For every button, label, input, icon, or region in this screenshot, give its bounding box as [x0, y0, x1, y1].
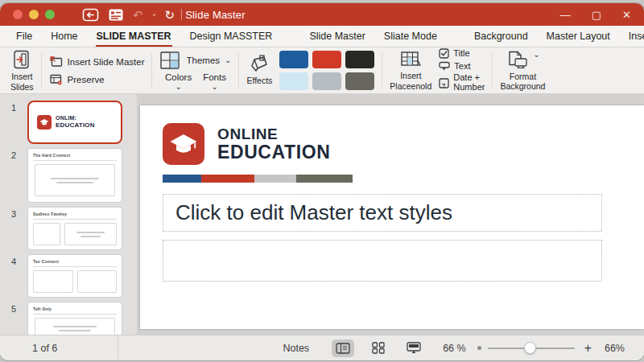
chevron-down-icon: ⌄ [175, 82, 181, 91]
preserve-button[interactable]: Preserve [49, 73, 145, 85]
swatch-gray[interactable] [312, 72, 341, 90]
swatch-darkgray[interactable] [345, 72, 374, 90]
close-button[interactable]: ✕ [622, 9, 631, 21]
themes-button[interactable]: Themes ⌄ [159, 51, 231, 70]
title-bar: ↶ ↻ Slide Master — ▢ ✕ [0, 3, 644, 26]
tab-design[interactable]: Design MASSTER [190, 31, 273, 42]
layout-title: Teo Connect [33, 259, 117, 267]
slide-thumbnail-2[interactable]: The Hard Connect [27, 148, 122, 203]
tab-background[interactable]: Background [474, 31, 528, 42]
swatch-black[interactable] [345, 51, 374, 68]
swatch-red[interactable] [312, 51, 341, 68]
brand-color-bar [163, 175, 353, 183]
chevron-down-icon: ⌄ [533, 50, 539, 60]
status-bar: 1 of 6 Notes 66 % + 66% [0, 335, 644, 360]
empty-placeholder[interactable] [163, 240, 602, 282]
zoom-in-button[interactable]: + [584, 341, 592, 356]
layout-title: Teft Only [33, 306, 117, 315]
minimize-button[interactable]: — [560, 9, 571, 21]
slideshow-view-button[interactable] [402, 339, 425, 357]
insert-placeholder-button[interactable]: InsertPlaceenold [390, 50, 431, 90]
colors-button[interactable]: Colors ⌄ [165, 72, 192, 91]
logo-wordmark: ONLINE EDUCATION [217, 126, 330, 162]
tab-master-layout[interactable]: Master Layout [547, 31, 610, 42]
slide-master-editor[interactable]: ONLINE EDUCATION Click to edit Master te… [140, 105, 644, 329]
zoom-traffic-light[interactable] [45, 10, 55, 19]
undo-menu-dot [153, 14, 155, 16]
insert-slide-master-icon [49, 56, 63, 68]
slide-thumbnail-3[interactable]: Sudless Faveley [27, 207, 122, 250]
app-window: ↶ ↻ Slide Master — ▢ ✕ File Home SLIDE M… [0, 3, 644, 360]
slide-number: 2 [0, 148, 27, 203]
colors-label: Colors [165, 72, 192, 82]
zoom-slider[interactable]: + [477, 341, 592, 356]
format-background-button[interactable]: ⌄ FormatBackground [500, 50, 545, 91]
redo-icon[interactable]: ↻ [165, 9, 175, 21]
fonts-button[interactable]: Fonts ⌄ [203, 72, 226, 91]
slide-thumbnail-4[interactable]: Teo Connect [27, 254, 122, 298]
grid-view-icon [372, 342, 385, 354]
zoom-out-dot[interactable] [477, 346, 481, 350]
bar-segment-lightgray [254, 175, 296, 183]
theme-color-swatches [279, 51, 374, 90]
ribbon: InsertSlides Insert Slide Master Preserv… [0, 47, 644, 94]
slide-number: 4 [0, 254, 27, 298]
statusbar-divider [118, 335, 118, 360]
graduation-cap-icon [163, 123, 204, 165]
mini-logo-icon [37, 115, 52, 130]
view-list-icon[interactable] [109, 9, 123, 21]
layout-title: The Hard Connect [33, 153, 117, 161]
tab-slide-master2[interactable]: Slide Master [309, 31, 365, 42]
zoom-slider-track[interactable] [488, 348, 575, 349]
mini-logo-text: ONLIM: EDUCATION [56, 115, 95, 130]
zoom-percent-label: 66% [605, 343, 625, 354]
normal-view-button[interactable] [332, 339, 354, 357]
text-placeholder-icon [439, 61, 450, 71]
slide-number: 5 [0, 302, 27, 335]
preserve-label: Preserve [68, 75, 105, 84]
minimize-traffic-light[interactable] [29, 10, 39, 19]
tab-sliate-mode[interactable]: Sliate Mode [384, 31, 437, 42]
date-toggle-label: Date + [453, 72, 480, 82]
format-background-icon [506, 50, 530, 70]
slide-thumbnail-1-selected[interactable]: ONLIM: EDUCATION [27, 101, 122, 144]
slide-canvas: ONLINE EDUCATION Click to edit Master te… [137, 94, 644, 335]
close-traffic-light[interactable] [13, 10, 23, 19]
date-number-toggle[interactable]: Date +Number [439, 73, 485, 92]
tab-home[interactable]: Home [51, 31, 77, 42]
slide-thumbnail-5[interactable]: Teft Only [27, 302, 122, 335]
tab-slide-master-active[interactable]: SLIDE MASTER [97, 31, 171, 42]
slide-number: 1 [0, 101, 27, 144]
insert-slides-label: Insert [11, 72, 32, 81]
themes-label: Themes [186, 56, 220, 65]
zoom-slider-handle[interactable] [524, 342, 536, 354]
slide-sorter-view-button[interactable] [367, 339, 390, 357]
swatch-blue[interactable] [279, 51, 308, 68]
tab-insert[interactable]: Insert [629, 31, 644, 42]
tab-file[interactable]: File [16, 31, 32, 42]
insert-slide-master-button[interactable]: Insert Slide Master [49, 56, 145, 68]
maximize-button[interactable]: ▢ [592, 9, 601, 21]
bar-segment-darkgray [296, 175, 353, 183]
text-toggle[interactable]: Text [439, 61, 485, 71]
thumbnail-row-1: 1 ONLIM: EDUCATION [0, 101, 137, 144]
title-checkbox[interactable]: Title [439, 48, 485, 59]
zoom-value-label: 66 % [443, 343, 466, 354]
insert-slides-button[interactable]: InsertSlides [10, 49, 34, 91]
window-title: Slide Master [185, 9, 246, 21]
normal-view-icon [336, 343, 350, 354]
text-toggle-label: Text [454, 62, 470, 72]
insert-slides-icon [11, 49, 32, 70]
effects-button[interactable]: Effects [246, 55, 272, 85]
titlebar-divider [181, 9, 182, 20]
insert-placeholder-icon [399, 50, 422, 69]
master-text-placeholder[interactable]: Click to edit Master text styles [163, 194, 602, 232]
save-icon[interactable] [82, 8, 99, 22]
undo-icon[interactable]: ↶ [133, 9, 143, 21]
swatch-lightblue[interactable] [279, 72, 308, 90]
notes-button[interactable]: Notes [283, 343, 309, 354]
thumbnail-row-3: 3 Sudless Faveley [0, 207, 137, 250]
date-icon [439, 78, 449, 88]
slide-thumbnail-panel: 1 ONLIM: EDUCATION 2 The Hard Connect [0, 94, 137, 335]
ribbon-tab-bar: File Home SLIDE MASTER Design MASSTER Sl… [0, 26, 644, 47]
